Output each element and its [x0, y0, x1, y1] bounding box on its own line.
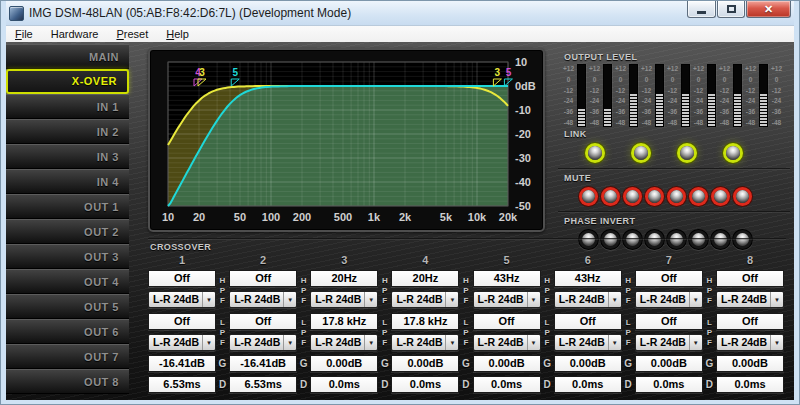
meter-scale-value: 0: [716, 76, 733, 83]
ch1-gain-field[interactable]: -16.41dB: [148, 355, 216, 372]
sidebar-item-out-7[interactable]: OUT 7: [6, 344, 129, 369]
mute-led-7[interactable]: [714, 190, 727, 203]
link-led-2[interactable]: [634, 146, 648, 160]
mute-led-8[interactable]: [736, 190, 749, 203]
mute-led-2[interactable]: [604, 190, 617, 203]
ch5-lpf-freq-field[interactable]: Off: [473, 313, 541, 330]
ch4-lpf-type-select[interactable]: L-R 24dB▼: [391, 334, 459, 351]
ch1-hpf-type-select[interactable]: L-R 24dB▼: [148, 291, 216, 308]
meter-scale-value: -48: [664, 119, 681, 126]
link-led-1[interactable]: [588, 146, 602, 160]
ch7-lpf-freq-field[interactable]: Off: [635, 313, 703, 330]
sidebar-item-in-2[interactable]: IN 2: [6, 119, 129, 144]
sidebar-item-out-4[interactable]: OUT 4: [6, 269, 129, 294]
ch2-gain-field[interactable]: -16.41dB: [229, 355, 297, 372]
ch3-hpf-type-select[interactable]: L-R 24dB▼: [310, 291, 378, 308]
ch3-delay-field[interactable]: 0.0ms: [310, 376, 378, 393]
ch1-lpf-freq-field[interactable]: Off: [148, 313, 216, 330]
minimize-button[interactable]: [687, 1, 716, 18]
ch5-hpf-type-select[interactable]: L-R 24dB▼: [473, 291, 541, 308]
channel-number: 2: [229, 254, 297, 268]
sidebar-item-out-3[interactable]: OUT 3: [6, 244, 129, 269]
ch4-hpf-type-select[interactable]: L-R 24dB▼: [391, 291, 459, 308]
ch4-delay-field[interactable]: 0.0ms: [391, 376, 459, 393]
x-tick-100: 100: [262, 211, 280, 223]
sidebar-item-in-1[interactable]: IN 1: [6, 94, 129, 119]
ch4-gain-field[interactable]: 0.00dB: [391, 355, 459, 372]
gain-label: G: [703, 358, 716, 369]
ch7-delay-field[interactable]: 0.0ms: [635, 376, 703, 393]
ch5-lpf-type-select[interactable]: L-R 24dB▼: [473, 334, 541, 351]
mute-led-6[interactable]: [692, 190, 705, 203]
ch1-hpf-freq-field[interactable]: Off: [148, 270, 216, 287]
menu-hardware[interactable]: Hardware: [42, 26, 108, 42]
ch3-lpf-freq-field[interactable]: 17.8 kHz: [310, 313, 378, 330]
sidebar-item-out-6[interactable]: OUT 6: [6, 319, 129, 344]
ch6-hpf-type-select[interactable]: L-R 24dB▼: [554, 291, 622, 308]
restore-button[interactable]: [717, 1, 745, 18]
ch6-delay-field[interactable]: 0.0ms: [554, 376, 622, 393]
ch7-hpf-freq-field[interactable]: Off: [635, 270, 703, 287]
close-button[interactable]: ✕: [746, 1, 791, 18]
mute-led-5[interactable]: [670, 190, 683, 203]
sidebar-item-in-4[interactable]: IN 4: [6, 169, 129, 194]
crossover-channel-7: 7OffL-R 24dB▼OffL-R 24dB▼0.00dB0.0msHPFL…: [635, 254, 716, 398]
ch8-gain-field[interactable]: 0.00dB: [716, 355, 784, 372]
meter-scale-value: -12: [612, 87, 629, 94]
ch6-gain-field[interactable]: 0.00dB: [554, 355, 622, 372]
menu-help[interactable]: Help: [157, 26, 198, 42]
meter-scale: +120-12-24-36-48: [612, 64, 629, 127]
mute-led-4[interactable]: [648, 190, 661, 203]
ch8-hpf-freq-field[interactable]: Off: [716, 270, 784, 287]
meter-segments: [578, 108, 585, 126]
ch4-hpf-freq-field[interactable]: 20Hz: [391, 270, 459, 287]
sidebar-item-out-2[interactable]: OUT 2: [6, 219, 129, 244]
sidebar-item-out-1[interactable]: OUT 1: [6, 194, 129, 219]
sidebar-item-in-3[interactable]: IN 3: [6, 144, 129, 169]
y-tick-10: 10: [515, 56, 527, 68]
ch7-lpf-type-select[interactable]: L-R 24dB▼: [635, 334, 703, 351]
meter-scale-value: -36: [664, 108, 681, 115]
ch2-delay-field[interactable]: 6.53ms: [229, 376, 297, 393]
ch6-hpf-freq-field[interactable]: 43Hz: [554, 270, 622, 287]
ch3-hpf-freq-field[interactable]: 20Hz: [310, 270, 378, 287]
ch5-gain-field[interactable]: 0.00dB: [473, 355, 541, 372]
mute-led-3[interactable]: [626, 190, 639, 203]
ch6-lpf-type-select[interactable]: L-R 24dB▼: [554, 334, 622, 351]
ch5-delay-field[interactable]: 0.0ms: [473, 376, 541, 393]
ch4-lpf-freq-field[interactable]: 17.8 kHz: [391, 313, 459, 330]
ch1-lpf-type-select[interactable]: L-R 24dB▼: [148, 334, 216, 351]
ch8-lpf-freq-field[interactable]: Off: [716, 313, 784, 330]
ch3-lpf-type-select[interactable]: L-R 24dB▼: [310, 334, 378, 351]
ch2-lpf-type-select[interactable]: L-R 24dB▼: [229, 334, 297, 351]
meter-scale-value: 0: [768, 76, 785, 83]
title-bar[interactable]: IMG DSM-48LAN (05:AB:F8:42:D6:7L) (Devel…: [6, 1, 794, 25]
link-label: LINK: [564, 129, 790, 139]
ch3-gain-field[interactable]: 0.00dB: [310, 355, 378, 372]
ch8-hpf-type-select[interactable]: L-R 24dB▼: [716, 291, 784, 308]
link-buttons: [558, 141, 790, 165]
link-led-4[interactable]: [726, 146, 740, 160]
sidebar-item-out-8[interactable]: OUT 8: [6, 369, 129, 394]
ch7-gain-field[interactable]: 0.00dB: [635, 355, 703, 372]
output-meter-6: [707, 64, 716, 127]
sidebar-item-main[interactable]: MAIN: [6, 44, 129, 69]
ch2-hpf-freq-field[interactable]: Off: [229, 270, 297, 287]
meter-scale-value: -36: [560, 108, 577, 115]
link-led-3[interactable]: [680, 146, 694, 160]
ch7-hpf-type-select[interactable]: L-R 24dB▼: [635, 291, 703, 308]
sidebar-item-x-over[interactable]: X-OVER: [6, 69, 129, 94]
ch2-lpf-freq-field[interactable]: Off: [229, 313, 297, 330]
dropdown-value: L-R 24dB: [636, 292, 689, 307]
mute-led-1[interactable]: [582, 190, 595, 203]
ch2-hpf-type-select[interactable]: L-R 24dB▼: [229, 291, 297, 308]
sidebar-item-out-5[interactable]: OUT 5: [6, 294, 129, 319]
ch8-lpf-type-select[interactable]: L-R 24dB▼: [716, 334, 784, 351]
ch8-delay-field[interactable]: 0.0ms: [716, 376, 784, 393]
menu-preset[interactable]: Preset: [107, 26, 157, 42]
ch5-hpf-freq-field[interactable]: 43Hz: [473, 270, 541, 287]
crossover-label: CROSSOVER: [150, 242, 211, 252]
ch1-delay-field[interactable]: 6.53ms: [148, 376, 216, 393]
ch6-lpf-freq-field[interactable]: Off: [554, 313, 622, 330]
menu-file[interactable]: File: [6, 26, 42, 42]
